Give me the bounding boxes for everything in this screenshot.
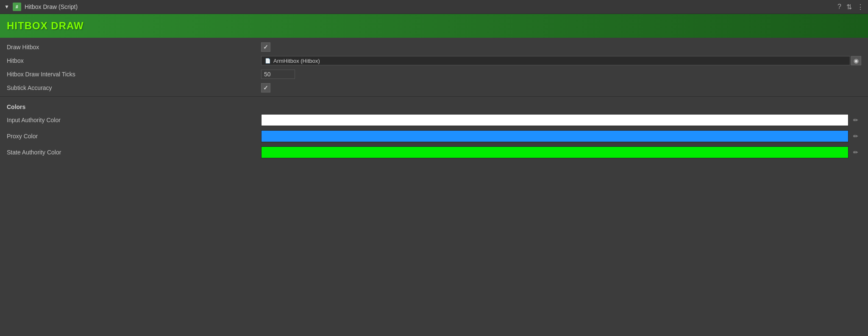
header-icons: ? ⇅ ⋮	[837, 3, 864, 11]
proxy-color-swatch[interactable]	[261, 130, 849, 142]
hitbox-interval-input[interactable]	[261, 70, 295, 79]
panel-title: Hitbox Draw (Script)	[25, 3, 834, 10]
collapse-arrow[interactable]: ▼	[4, 4, 9, 10]
divider	[0, 96, 868, 97]
state-authority-edit-icon[interactable]: ✏	[850, 147, 861, 158]
hitbox-object-field[interactable]: 📄 ArmHitbox (Hitbox)	[261, 56, 850, 65]
hitbox-interval-row: Hitbox Draw Interval Ticks	[0, 67, 868, 81]
colors-label: Colors	[7, 104, 25, 110]
hitbox-interval-value-container	[261, 70, 861, 79]
banner: HITBOX DRAW	[0, 14, 868, 38]
input-authority-edit-icon[interactable]: ✏	[850, 115, 861, 126]
draw-hitbox-checkbox[interactable]: ✓	[261, 42, 270, 52]
banner-title: HITBOX DRAW	[7, 20, 84, 31]
draw-hitbox-value: ✓	[261, 42, 861, 52]
draw-hitbox-label: Draw Hitbox	[7, 44, 261, 50]
state-authority-swatch-container: ✏	[261, 146, 861, 158]
subtick-label: Subtick Accuracy	[7, 84, 261, 91]
hitbox-label: Hitbox	[7, 57, 261, 64]
target-icon: ◉	[854, 57, 859, 64]
hitbox-interval-label: Hitbox Draw Interval Ticks	[7, 71, 261, 78]
input-authority-swatch[interactable]	[261, 114, 849, 126]
properties-area: Draw Hitbox ✓ Hitbox 📄 ArmHitbox (Hitbox…	[0, 38, 868, 163]
panel-header: ▼ # Hitbox Draw (Script) ? ⇅ ⋮	[0, 0, 868, 14]
proxy-color-label: Proxy Color	[7, 133, 261, 140]
input-authority-row: Input Authority Color ✏	[0, 112, 868, 128]
draw-hitbox-row: Draw Hitbox ✓	[0, 40, 868, 54]
colors-section-header: Colors	[0, 98, 868, 112]
more-options-icon[interactable]: ⋮	[857, 3, 864, 11]
state-authority-row: State Authority Color ✏	[0, 144, 868, 160]
script-icon: #	[13, 3, 21, 11]
hitbox-draw-panel: ▼ # Hitbox Draw (Script) ? ⇅ ⋮ HITBOX DR…	[0, 0, 868, 163]
hitbox-value-container: 📄 ArmHitbox (Hitbox) ◉	[261, 56, 861, 65]
subtick-checkbox[interactable]: ✓	[261, 83, 270, 92]
hitbox-object-text: ArmHitbox (Hitbox)	[273, 58, 320, 64]
draw-hitbox-checkmark: ✓	[263, 44, 268, 50]
state-authority-label: State Authority Color	[7, 149, 261, 156]
hitbox-file-icon: 📄	[265, 58, 271, 64]
hitbox-target-button[interactable]: ◉	[851, 56, 861, 65]
input-authority-swatch-container: ✏	[261, 114, 861, 126]
settings-icon[interactable]: ⇅	[846, 3, 852, 11]
subtick-row: Subtick Accuracy ✓	[0, 81, 868, 95]
input-authority-label: Input Authority Color	[7, 117, 261, 123]
help-icon[interactable]: ?	[837, 3, 841, 11]
proxy-color-row: Proxy Color ✏	[0, 128, 868, 144]
hitbox-row: Hitbox 📄 ArmHitbox (Hitbox) ◉	[0, 54, 868, 67]
state-authority-swatch[interactable]	[261, 146, 849, 158]
subtick-value: ✓	[261, 83, 861, 92]
subtick-checkmark: ✓	[263, 84, 268, 91]
proxy-edit-icon[interactable]: ✏	[850, 131, 861, 142]
proxy-swatch-container: ✏	[261, 130, 861, 142]
